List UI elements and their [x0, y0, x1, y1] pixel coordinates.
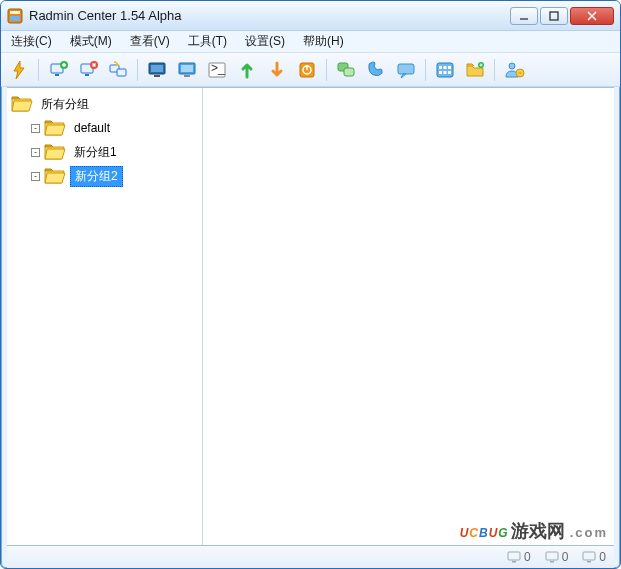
monitor-icon [545, 551, 559, 563]
svg-rect-33 [439, 71, 442, 74]
remove-host-button[interactable] [74, 56, 102, 84]
menu-tools[interactable]: 工具(T) [184, 31, 231, 52]
svg-rect-31 [444, 66, 447, 69]
minimize-button[interactable] [510, 7, 538, 25]
menu-help[interactable]: 帮助(H) [299, 31, 348, 52]
groups-button[interactable] [461, 56, 489, 84]
separator [494, 59, 495, 81]
tree-root-label: 所有分组 [37, 95, 93, 114]
svg-rect-43 [583, 552, 595, 560]
window-buttons [510, 7, 614, 25]
view-only-button[interactable] [173, 56, 201, 84]
app-icon [7, 8, 23, 24]
tree-item-label: 新分组2 [70, 166, 123, 187]
list-pane[interactable]: UCBUG 游戏网 .com [203, 88, 614, 545]
svg-rect-27 [344, 68, 354, 76]
svg-rect-41 [546, 552, 558, 560]
monitor-icon [507, 551, 521, 563]
tree-item-default[interactable]: - default [7, 116, 202, 140]
svg-rect-1 [10, 11, 20, 14]
svg-rect-30 [439, 66, 442, 69]
svg-rect-16 [151, 65, 163, 72]
folder-open-icon [44, 119, 66, 137]
svg-text:>_: >_ [211, 61, 225, 75]
watermark-cn: 游戏网 [511, 519, 565, 543]
separator [425, 59, 426, 81]
menubar: 连接(C) 模式(M) 查看(V) 工具(T) 设置(S) 帮助(H) [1, 31, 620, 53]
tree-item-label: default [70, 120, 114, 136]
expand-icon[interactable]: - [31, 148, 40, 157]
expand-icon[interactable]: - [31, 124, 40, 133]
status-offline-count: 0 [562, 550, 569, 564]
separator [326, 59, 327, 81]
tree-item-group2[interactable]: - 新分组2 [7, 164, 202, 188]
statusbar: 0 0 0 [7, 546, 614, 568]
svg-point-37 [509, 63, 515, 69]
svg-rect-4 [550, 12, 558, 20]
file-download-button[interactable] [263, 56, 291, 84]
titlebar: Radmin Center 1.54 Alpha [1, 1, 620, 31]
svg-rect-11 [85, 74, 89, 76]
content-area: 所有分组 - default - 新分组1 - [7, 87, 614, 546]
voice-button[interactable] [362, 56, 390, 84]
menu-connect[interactable]: 连接(C) [7, 31, 56, 52]
svg-rect-2 [10, 16, 20, 21]
svg-rect-20 [184, 75, 190, 77]
status-online-count: 0 [524, 550, 531, 564]
expand-icon[interactable]: - [31, 172, 40, 181]
close-button[interactable] [570, 7, 614, 25]
svg-rect-39 [508, 552, 520, 560]
maximize-button[interactable] [540, 7, 568, 25]
monitor-icon [582, 551, 596, 563]
tree-pane[interactable]: 所有分组 - default - 新分组1 - [7, 88, 203, 545]
status-offline: 0 [545, 550, 569, 564]
terminal-button[interactable]: >_ [203, 56, 231, 84]
folder-open-icon [11, 95, 33, 113]
separator [137, 59, 138, 81]
svg-rect-19 [181, 65, 193, 72]
svg-rect-44 [587, 561, 591, 563]
svg-rect-17 [154, 75, 160, 77]
chat-button[interactable] [332, 56, 360, 84]
connect-flash-button[interactable] [5, 56, 33, 84]
tree-root[interactable]: 所有分组 [7, 92, 202, 116]
users-button[interactable] [500, 56, 528, 84]
watermark-com: .com [570, 525, 608, 540]
status-online: 0 [507, 550, 531, 564]
svg-rect-14 [117, 69, 126, 76]
menu-mode[interactable]: 模式(M) [66, 31, 116, 52]
folder-open-icon [44, 143, 66, 161]
status-total-count: 0 [599, 550, 606, 564]
folder-open-icon [44, 167, 66, 185]
full-control-button[interactable] [143, 56, 171, 84]
menu-view[interactable]: 查看(V) [126, 31, 174, 52]
grid-view-button[interactable] [431, 56, 459, 84]
svg-rect-32 [448, 66, 451, 69]
toolbar: >_ [1, 53, 620, 87]
watermark: UCBUG 游戏网 .com [460, 519, 608, 543]
svg-rect-40 [512, 561, 516, 563]
separator [38, 59, 39, 81]
svg-rect-42 [550, 561, 554, 563]
svg-rect-8 [55, 74, 59, 76]
status-total: 0 [582, 550, 606, 564]
svg-rect-28 [398, 64, 414, 74]
svg-rect-34 [444, 71, 447, 74]
svg-rect-35 [448, 71, 451, 74]
tree-item-label: 新分组1 [70, 143, 121, 162]
refresh-hosts-button[interactable] [104, 56, 132, 84]
tree-item-group1[interactable]: - 新分组1 [7, 140, 202, 164]
app-window: Radmin Center 1.54 Alpha 连接(C) 模式(M) 查看(… [0, 0, 621, 569]
svg-rect-29 [437, 63, 453, 77]
file-upload-button[interactable] [233, 56, 261, 84]
message-button[interactable] [392, 56, 420, 84]
power-button[interactable] [293, 56, 321, 84]
menu-settings[interactable]: 设置(S) [241, 31, 289, 52]
window-title: Radmin Center 1.54 Alpha [29, 8, 510, 23]
add-host-button[interactable] [44, 56, 72, 84]
